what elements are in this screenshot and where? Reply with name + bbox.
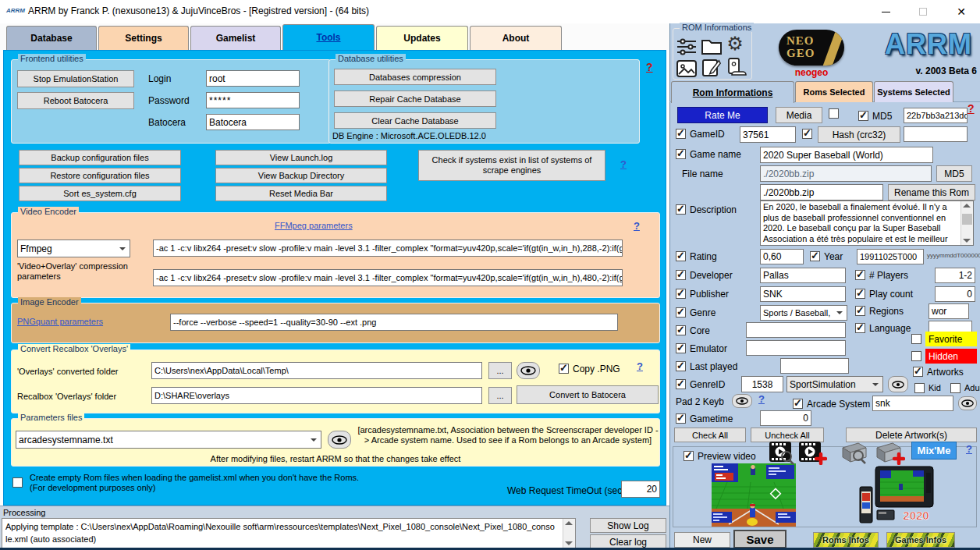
copy-png-checkbox[interactable] bbox=[559, 364, 569, 374]
game-name-checkbox[interactable] bbox=[676, 149, 686, 159]
processing-scrollbar[interactable] bbox=[563, 519, 575, 548]
backup-config-button[interactable]: Backup configuration files bbox=[19, 150, 181, 165]
tab-gamelist[interactable]: Gamelist bbox=[190, 26, 281, 50]
genre-checkbox[interactable] bbox=[676, 307, 686, 318]
play-count-checkbox[interactable] bbox=[855, 289, 865, 299]
delete-artworks-button[interactable]: Delete Artwork(s) bbox=[846, 428, 977, 442]
gameid-input[interactable]: 37561 bbox=[740, 126, 796, 143]
tab-settings[interactable]: Settings bbox=[98, 26, 189, 50]
manual-add-button[interactable] bbox=[874, 442, 905, 465]
genreid-input[interactable]: 1538 bbox=[741, 376, 783, 392]
pngquant-parameters-link[interactable]: PNGquant parameters bbox=[17, 317, 103, 326]
rating-checkbox[interactable] bbox=[676, 251, 686, 261]
video-param2-input[interactable]: -ac 1 -c:v libx264 -preset:v slow -profi… bbox=[153, 269, 623, 286]
media-checkbox[interactable] bbox=[829, 108, 839, 119]
close-button[interactable]: ✕ bbox=[943, 0, 980, 23]
arcade-system-checkbox[interactable] bbox=[793, 399, 803, 409]
check-all-button[interactable]: Check All bbox=[674, 428, 746, 442]
adult-checkbox[interactable] bbox=[950, 383, 960, 393]
scroll-thumb[interactable] bbox=[962, 214, 972, 225]
check-systems-help-link[interactable]: ? bbox=[620, 158, 627, 170]
md5-compute-button[interactable]: MD5 bbox=[936, 165, 972, 182]
ffmpeg-parameters-link[interactable]: FFMpeg parameters bbox=[275, 221, 353, 230]
gametime-input[interactable]: 0 bbox=[760, 410, 811, 426]
view-backup-directory-button[interactable]: View Backup Directory bbox=[215, 168, 387, 183]
repair-cache-database-button[interactable]: Repair Cache Database bbox=[334, 90, 496, 107]
image-button[interactable] bbox=[676, 59, 698, 78]
regions-input[interactable]: wor bbox=[929, 303, 969, 319]
language-checkbox[interactable] bbox=[855, 323, 865, 333]
regions-checkbox[interactable] bbox=[855, 306, 865, 316]
scraper-device-button[interactable] bbox=[724, 58, 747, 78]
video-param1-input[interactable]: -ac 1 -c:v libx264 -preset:v slow -profi… bbox=[153, 240, 623, 257]
hash-checkbox[interactable] bbox=[802, 129, 812, 139]
scroll-up-icon[interactable] bbox=[963, 204, 971, 208]
clear-cache-database-button[interactable]: Clear Cache Database bbox=[334, 112, 496, 129]
developer-input[interactable]: Pallas bbox=[760, 268, 846, 283]
convert-to-batocera-button[interactable]: Convert to Batocera bbox=[517, 385, 659, 404]
description-checkbox[interactable] bbox=[676, 204, 686, 215]
last-played-input[interactable] bbox=[780, 358, 849, 374]
description-box[interactable]: En 2020, le baseball a finalement évolué… bbox=[760, 200, 974, 246]
video-preview[interactable] bbox=[712, 463, 796, 527]
core-input[interactable] bbox=[746, 322, 846, 338]
folder-button[interactable] bbox=[701, 36, 723, 56]
file-name-edit-input[interactable]: ./2020bb.zip bbox=[760, 184, 883, 200]
web-timeout-input[interactable]: 20 bbox=[621, 481, 660, 498]
overlays-converted-folder-input[interactable]: C:\Users\nex\AppData\Local\Temp\ bbox=[151, 362, 482, 379]
artworks-checkbox[interactable] bbox=[913, 367, 923, 377]
view-pad2keyb-button[interactable] bbox=[732, 394, 752, 408]
preview-video-checkbox[interactable] bbox=[684, 451, 694, 461]
tab-database[interactable]: Database bbox=[6, 26, 97, 50]
minimize-button[interactable] bbox=[868, 0, 904, 23]
last-played-checkbox[interactable] bbox=[676, 361, 686, 371]
tab-tools[interactable]: Tools bbox=[282, 24, 375, 50]
rate-me-button[interactable]: Rate Me bbox=[677, 107, 768, 123]
tab-about[interactable]: About bbox=[470, 26, 562, 50]
video-encoder-select[interactable]: Ffmpeg bbox=[17, 240, 130, 257]
reboot-batocera-button[interactable]: Reboot Batocera bbox=[17, 92, 134, 109]
publisher-input[interactable]: SNK bbox=[760, 286, 846, 302]
scroll-up-icon[interactable] bbox=[565, 521, 573, 525]
core-checkbox[interactable] bbox=[676, 325, 686, 335]
mixme-help-link[interactable]: ? bbox=[966, 443, 972, 455]
tab-updates[interactable]: Updates bbox=[376, 26, 468, 50]
check-systems-button[interactable]: Check if systems exist in list of system… bbox=[418, 150, 605, 181]
view-launch-log-button[interactable]: View Launch.log bbox=[215, 150, 387, 165]
parameters-file-select[interactable]: arcadesystemname.txt bbox=[16, 431, 321, 449]
browse-overlays-folder-button[interactable]: ... bbox=[488, 387, 512, 404]
sliders-button[interactable] bbox=[676, 36, 698, 56]
genre-select[interactable]: Sports / Baseball, bbox=[760, 305, 847, 321]
manual-search-button[interactable] bbox=[840, 442, 871, 465]
kid-checkbox[interactable] bbox=[914, 383, 925, 393]
pngquant-input[interactable]: --force --verbose --speed=1 --quality=30… bbox=[170, 314, 618, 331]
browse-converted-folder-button[interactable]: ... bbox=[488, 362, 512, 379]
batocera-input[interactable]: Batocera bbox=[206, 114, 300, 130]
md5-checkbox[interactable] bbox=[858, 111, 868, 121]
database-help-link[interactable]: ? bbox=[646, 61, 653, 73]
edit-button[interactable] bbox=[701, 58, 723, 78]
login-input[interactable]: root bbox=[206, 70, 300, 87]
hash-input[interactable] bbox=[904, 126, 968, 142]
scroll-down-icon[interactable] bbox=[963, 239, 971, 243]
hash-crc32-button[interactable]: Hash (crc32) bbox=[818, 126, 900, 143]
play-count-input[interactable]: 0 bbox=[935, 286, 975, 302]
overlays-help-link[interactable]: ? bbox=[637, 360, 643, 372]
md5-input[interactable]: 22b7bb3a213dd4072d037 bbox=[904, 108, 968, 123]
players-input[interactable]: 1-2 bbox=[935, 268, 975, 283]
game-name-input[interactable]: 2020 Super Baseball (World) bbox=[760, 147, 933, 163]
reset-media-bar-button[interactable]: Reset Media Bar bbox=[215, 186, 387, 201]
favorite-checkbox[interactable] bbox=[911, 334, 921, 344]
emulator-checkbox[interactable] bbox=[676, 343, 686, 353]
rating-input[interactable]: 0,60 bbox=[760, 249, 804, 264]
maximize-button[interactable] bbox=[905, 0, 941, 23]
genreid-select[interactable]: SportSimulation bbox=[786, 376, 883, 392]
sort-es-system-button[interactable]: Sort es_system.cfg bbox=[19, 186, 181, 201]
gametime-checkbox[interactable] bbox=[676, 413, 686, 424]
rename-rom-button[interactable]: Rename this Rom bbox=[888, 184, 975, 200]
recalbox-overlays-folder-input[interactable]: D:\SHARE\overlays bbox=[151, 387, 482, 404]
year-input[interactable]: 19911025T000 bbox=[857, 249, 924, 264]
video-help-link[interactable]: ? bbox=[634, 220, 640, 232]
arcade-system-input[interactable]: snk bbox=[872, 396, 953, 411]
genreid-checkbox[interactable] bbox=[676, 379, 686, 389]
